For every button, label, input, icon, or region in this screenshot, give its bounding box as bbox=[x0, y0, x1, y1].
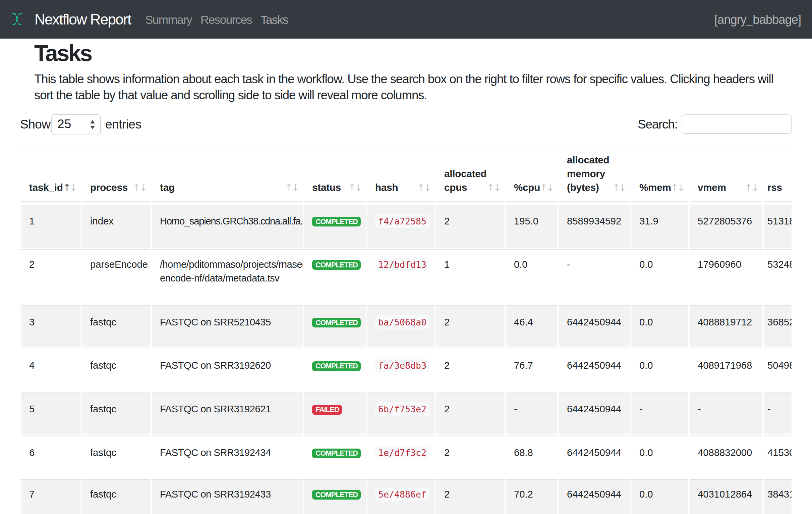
sort-desc-icon[interactable]: ↓ bbox=[355, 182, 361, 193]
status-badge: COMPLETED bbox=[312, 490, 361, 499]
sort-desc-icon[interactable]: ↓ bbox=[424, 182, 430, 193]
cell-pmem: 31.9 bbox=[631, 201, 688, 248]
table-row[interactable]: 6 fastqc FASTQC on SRR3192434 COMPLETED … bbox=[21, 434, 791, 478]
cell-tag: FASTQC on SRR5210435 bbox=[152, 303, 303, 347]
cell-allocated-memory: 6442450944 bbox=[559, 434, 630, 478]
sort-asc-icon[interactable]: ↑ bbox=[285, 182, 291, 193]
cell-allocated-cpus: 2 bbox=[436, 478, 504, 514]
sort-icons[interactable]: ↑↓ bbox=[417, 181, 430, 195]
hash-chip: 12/bdfd13 bbox=[375, 258, 430, 271]
sort-asc-icon[interactable]: ↑ bbox=[133, 182, 139, 193]
cell-vmem: 4088819712 bbox=[690, 303, 762, 347]
cell-tag: FASTQC on SRR3192434 bbox=[152, 434, 303, 478]
col-header-hash[interactable]: hash ↑↓ bbox=[367, 144, 435, 201]
sort-icons[interactable]: ↑↓ bbox=[348, 181, 361, 195]
cell-process: fastqc bbox=[82, 390, 150, 434]
col-header-allocated-cpus[interactable]: allocated cpus ↑↓ bbox=[436, 144, 504, 201]
description-line: sort the table by that value and scrolli… bbox=[34, 87, 773, 103]
brand[interactable]: Nextflow Report bbox=[34, 0, 131, 38]
table-row[interactable]: 1 index Homo_sapiens.GRCh38.cdna.all.fa.… bbox=[21, 201, 791, 248]
cell-status: COMPLETED bbox=[304, 347, 366, 390]
cell-status: FAILED bbox=[304, 390, 366, 434]
sort-icons[interactable]: ↑↓ bbox=[612, 181, 625, 195]
col-header-vmem[interactable]: vmem ↑↓ bbox=[690, 144, 762, 201]
cell-allocated-memory: 8589934592 bbox=[559, 201, 630, 248]
col-header-pmem[interactable]: %mem ↑↓ bbox=[631, 144, 688, 201]
sort-asc-icon[interactable]: ↑ bbox=[348, 182, 354, 193]
nav-link-resources[interactable]: Resources bbox=[201, 0, 252, 38]
search-input[interactable] bbox=[682, 114, 791, 134]
cell-hash: 12/bdfd13 bbox=[367, 248, 435, 303]
cell-process: parseEncode bbox=[82, 248, 150, 303]
cell-hash: fa/3e8db3 bbox=[367, 347, 435, 390]
col-header-status[interactable]: status ↑↓ bbox=[304, 144, 366, 201]
sort-icons[interactable]: ↑↓ bbox=[540, 181, 553, 195]
sort-icons[interactable]: ↑↓ bbox=[133, 181, 146, 195]
col-header-rss[interactable]: rss bbox=[764, 144, 791, 201]
sort-icons[interactable]: ↑↓ bbox=[670, 181, 684, 195]
cell-rss: 53248000 bbox=[764, 248, 791, 303]
cell-rss: 415301632 bbox=[764, 434, 791, 478]
sort-icons[interactable]: ↑↓ bbox=[745, 181, 758, 195]
search-label: Search: bbox=[638, 117, 677, 132]
page-description: This table shows information about each … bbox=[34, 71, 773, 103]
sort-icons[interactable]: ↑↓ bbox=[487, 181, 500, 195]
status-badge: COMPLETED bbox=[312, 361, 361, 371]
sort-asc-icon[interactable]: ↑ bbox=[745, 182, 751, 193]
sort-asc-icon[interactable]: ↑ bbox=[63, 182, 69, 193]
sort-desc-icon[interactable]: ↓ bbox=[493, 182, 500, 193]
cell-pcpu: 195.0 bbox=[506, 201, 557, 248]
sort-asc-icon[interactable]: ↑ bbox=[670, 182, 677, 193]
cell-task_id: 6 bbox=[21, 434, 81, 478]
sort-desc-icon[interactable]: ↓ bbox=[140, 182, 146, 193]
sort-asc-icon[interactable]: ↑ bbox=[612, 182, 618, 193]
hash-chip: f4/a72585 bbox=[375, 214, 430, 228]
sort-icons[interactable]: ↑↓ bbox=[285, 181, 298, 195]
nextflow-logo-icon bbox=[10, 12, 24, 26]
nav-link-tasks[interactable]: Tasks bbox=[261, 0, 288, 38]
sort-asc-icon[interactable]: ↑ bbox=[487, 182, 493, 193]
cell-allocated-cpus: 2 bbox=[436, 390, 504, 434]
col-header-process[interactable]: process ↑↓ bbox=[82, 144, 150, 201]
table-scroll-area[interactable]: task_id ↑↓ process ↑↓ tag ↑↓ status ↑↓ h… bbox=[20, 144, 791, 514]
col-header-allocated-memory[interactable]: allocated memory (bytes) ↑↓ bbox=[559, 144, 630, 201]
sort-icons[interactable]: ↑↓ bbox=[63, 181, 76, 195]
sort-desc-icon[interactable]: ↓ bbox=[751, 182, 758, 193]
cell-hash: f4/a72585 bbox=[367, 201, 435, 248]
sort-desc-icon[interactable]: ↓ bbox=[677, 182, 684, 193]
table-row[interactable]: 7 fastqc FASTQC on SRR3192433 COMPLETED … bbox=[21, 478, 791, 514]
cell-vmem: 4088832000 bbox=[690, 434, 762, 478]
cell-hash: 5e/4886ef bbox=[367, 478, 435, 514]
cell-status: COMPLETED bbox=[304, 434, 366, 478]
col-header-task_id[interactable]: task_id ↑↓ bbox=[21, 144, 81, 201]
cell-process: fastqc bbox=[82, 478, 150, 514]
table-row[interactable]: 2 parseEncode /home/pditommaso/projects/… bbox=[21, 248, 791, 303]
sort-desc-icon[interactable]: ↓ bbox=[292, 182, 298, 193]
cell-status: COMPLETED bbox=[304, 201, 366, 248]
sort-desc-icon[interactable]: ↓ bbox=[547, 182, 553, 193]
cell-allocated-cpus: 2 bbox=[436, 201, 504, 248]
sort-asc-icon[interactable]: ↑ bbox=[540, 182, 546, 193]
table-row[interactable]: 4 fastqc FASTQC on SRR3192620 COMPLETED … bbox=[21, 347, 791, 390]
sort-desc-icon[interactable]: ↓ bbox=[70, 182, 76, 193]
page-size-select[interactable]: 25 bbox=[51, 114, 101, 135]
col-header-tag[interactable]: tag ↑↓ bbox=[152, 144, 303, 201]
page-title: Tasks bbox=[34, 39, 91, 67]
cell-task_id: 1 bbox=[21, 201, 81, 248]
description-line: This table shows information about each … bbox=[34, 71, 773, 87]
cell-allocated-memory: 6442450944 bbox=[559, 478, 630, 514]
table-row[interactable]: 5 fastqc FASTQC on SRR3192621 FAILED 6b/… bbox=[21, 390, 791, 434]
cell-pmem: - bbox=[631, 390, 688, 434]
cell-tag: FASTQC on SRR3192621 bbox=[152, 390, 303, 434]
sort-desc-icon[interactable]: ↓ bbox=[619, 182, 625, 193]
col-header-pcpu[interactable]: %cpu ↑↓ bbox=[506, 144, 557, 201]
nav-link-summary[interactable]: Summary bbox=[145, 0, 192, 38]
cell-task_id: 7 bbox=[21, 478, 81, 514]
cell-allocated-memory: 6442450944 bbox=[559, 347, 630, 390]
sort-asc-icon[interactable]: ↑ bbox=[417, 182, 424, 193]
cell-tag: Homo_sapiens.GRCh38.cdna.all.fa.gz bbox=[152, 201, 303, 248]
table-row[interactable]: 3 fastqc FASTQC on SRR5210435 COMPLETED … bbox=[21, 303, 791, 347]
cell-pcpu: 0.0 bbox=[506, 248, 557, 303]
cell-hash: ba/5068a0 bbox=[367, 303, 435, 347]
cell-rss: - bbox=[764, 390, 791, 434]
